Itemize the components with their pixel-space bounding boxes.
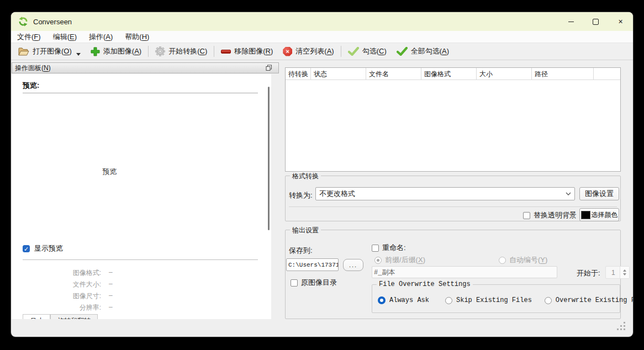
maximize-button[interactable] — [583, 12, 608, 31]
rename-checkbox[interactable] — [372, 245, 379, 252]
float-panel-icon[interactable] — [266, 65, 272, 71]
preview-placeholder: 预览 — [89, 167, 130, 177]
converseen-window: Converseen × 文件(F) 编辑(E) 操作(A) 帮助(H) 打开图… — [11, 12, 633, 337]
always-ask-label: Always Ask — [389, 296, 429, 304]
spin-down-icon[interactable] — [623, 273, 626, 275]
column-header-image-format[interactable]: 图像格式 — [421, 68, 477, 79]
divider — [23, 93, 258, 93]
show-preview-label: 显示预览 — [34, 243, 63, 253]
toolbar-separator — [214, 46, 214, 57]
table-header-row: 待转换 状态 文件名 图像格式 大小 路径 — [286, 68, 620, 80]
start-conversion-label: 开始转换(C) — [168, 46, 207, 56]
column-header-status[interactable]: 状态 — [311, 68, 366, 79]
open-images-label: 打开图像(O) — [33, 46, 72, 56]
plus-icon — [91, 47, 100, 56]
actions-panel: 预览: 预览 ✓ 显示预览 图像格式: – 文件大小: – 图像尺寸: – 分辨… — [12, 74, 271, 319]
check-all-button[interactable]: 全部勾选(A) — [392, 44, 454, 59]
start-at-value: 1 — [606, 269, 620, 277]
auto-number-radio[interactable] — [499, 257, 506, 264]
auto-number-row: 自动编号(Y) — [499, 255, 547, 265]
prefix-suffix-row: 前缀/后缀(X) — [374, 255, 425, 265]
spin-up-icon[interactable] — [623, 269, 626, 272]
file-list-table[interactable]: 待转换 状态 文件名 图像格式 大小 路径 — [285, 67, 621, 172]
menu-help[interactable]: 帮助(H) — [119, 32, 155, 42]
minimize-icon — [568, 22, 574, 22]
add-images-button[interactable]: 添加图像(A) — [86, 44, 146, 59]
file-size-label: 文件大小: — [12, 280, 101, 289]
image-settings-button[interactable]: 图像设置 — [579, 187, 619, 200]
app-logo-icon — [18, 17, 28, 26]
remove-images-button[interactable]: 移除图像(R) — [216, 44, 278, 59]
image-dimensions-value: – — [109, 291, 113, 301]
open-images-dropdown-icon[interactable] — [76, 53, 81, 56]
column-header-size[interactable]: 大小 — [477, 68, 532, 79]
clear-list-icon: × — [283, 47, 292, 56]
resolution-value: – — [109, 303, 113, 312]
format-select-value: 不更改格式 — [319, 189, 355, 199]
window-title: Converseen — [33, 18, 72, 26]
output-settings-group: 输出设置 保存到: C:\Users\17371 ... 原图像目录 重命名: … — [285, 230, 621, 319]
show-preview-checkbox[interactable]: ✓ — [23, 245, 30, 252]
browse-button[interactable]: ... — [343, 259, 363, 271]
menu-edit[interactable]: 编辑(E) — [47, 32, 83, 42]
format-select[interactable]: 不更改格式 — [315, 187, 575, 200]
gear-icon — [155, 46, 165, 56]
panel-scrollbar[interactable] — [268, 87, 270, 230]
browse-label: ... — [349, 262, 357, 268]
maximize-icon — [593, 19, 599, 25]
file-overwrite-settings-group: File Overwrite Settings Always Ask Skip … — [372, 284, 620, 313]
start-at-label: 开始于: — [577, 268, 600, 278]
clear-list-label: 清空列表(A) — [295, 46, 334, 56]
title-bar[interactable]: Converseen × — [11, 12, 633, 31]
toolbar-separator — [341, 46, 341, 57]
main-toolbar: 打开图像(O) 添加图像(A) 开始转换(C) — [11, 43, 633, 60]
column-header-path[interactable]: 路径 — [532, 68, 594, 79]
save-path-input[interactable]: C:\Users\17371 — [286, 258, 339, 271]
add-images-label: 添加图像(A) — [103, 46, 141, 56]
original-directory-checkbox[interactable] — [291, 279, 298, 287]
spinner-arrows[interactable] — [620, 267, 629, 278]
image-dimensions-label: 图像尺寸: — [12, 291, 101, 301]
replace-background-row: 替换透明背景 — [523, 210, 577, 220]
rename-pattern-input[interactable]: #_副本 — [372, 266, 557, 278]
tab-dimensions[interactable]: 尺寸 — [23, 314, 50, 319]
always-ask-radio[interactable] — [378, 296, 386, 304]
prefix-suffix-radio[interactable] — [374, 257, 382, 264]
clear-list-button[interactable]: × 清空列表(A) — [278, 44, 339, 59]
column-header-filler — [594, 68, 620, 79]
resize-grip[interactable] — [617, 322, 625, 330]
check-icon — [348, 47, 359, 56]
remove-images-label: 移除图像(R) — [234, 46, 273, 56]
minus-icon — [221, 50, 231, 54]
overwrite-existing-radio[interactable] — [545, 297, 552, 304]
start-at-spinner[interactable]: 1 — [605, 266, 630, 279]
menu-actions[interactable]: 操作(A) — [83, 32, 119, 42]
start-conversion-button[interactable]: 开始转换(C) — [150, 44, 212, 59]
output-settings-title: 输出设置 — [290, 226, 321, 235]
open-images-button[interactable]: 打开图像(O) — [13, 44, 86, 59]
tab-rotate-flip[interactable]: 旋转和翻转 — [50, 314, 98, 319]
toolbar-separator — [148, 46, 149, 57]
minimize-button[interactable] — [558, 12, 583, 31]
check-button[interactable]: 勾选(C) — [343, 44, 392, 59]
menu-bar: 文件(F) 编辑(E) 操作(A) 帮助(H) — [11, 31, 633, 43]
rename-pattern-value: #_副本 — [374, 268, 395, 277]
prefix-suffix-label: 前缀/后缀(X) — [385, 255, 425, 265]
panel-tabstrip: 尺寸 旋转和翻转 — [23, 314, 98, 319]
check-label: 勾选(C) — [362, 46, 387, 56]
actions-panel-titlebar[interactable]: 操作面板(N) — [12, 62, 279, 73]
check-all-icon — [397, 47, 408, 56]
divider — [23, 259, 258, 260]
file-overwrite-settings-title: File Overwrite Settings — [377, 280, 473, 288]
close-button[interactable]: × — [608, 12, 633, 31]
column-header-to-convert[interactable]: 待转换 — [286, 68, 311, 79]
save-to-label: 保存到: — [289, 246, 313, 256]
close-icon: × — [618, 18, 622, 25]
menu-file[interactable]: 文件(F) — [11, 32, 47, 42]
choose-color-button[interactable]: 选择颜色 — [579, 208, 619, 221]
replace-transparent-background-checkbox[interactable] — [523, 212, 530, 219]
column-header-filename[interactable]: 文件名 — [366, 68, 421, 79]
format-conversion-group: 格式转换 转换为: 不更改格式 图像设置 替换透明背景 选择颜色 — [285, 176, 621, 221]
auto-number-label: 自动编号(Y) — [509, 255, 547, 265]
skip-existing-radio[interactable] — [445, 297, 452, 304]
